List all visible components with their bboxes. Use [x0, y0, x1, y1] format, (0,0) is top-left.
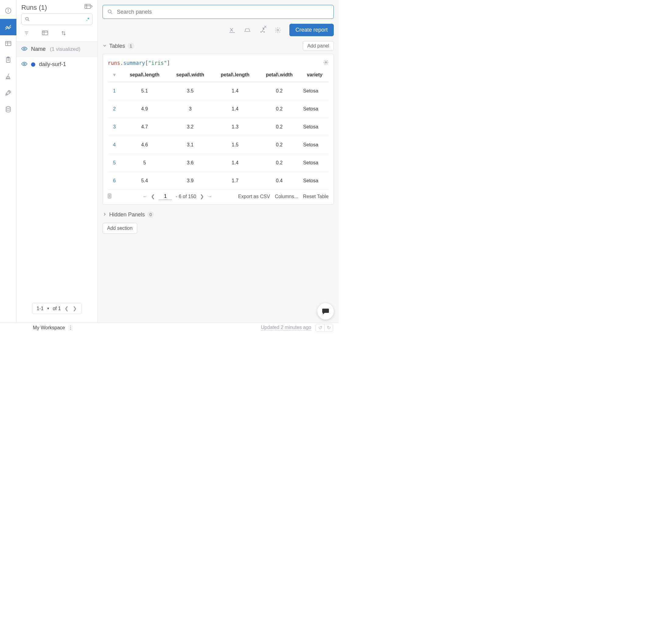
svg-point-14: [6, 107, 10, 108]
cell: 1.3: [212, 118, 258, 136]
kebab-icon[interactable]: ⋮: [68, 325, 73, 330]
cell: 1.4: [212, 154, 258, 172]
first-page-icon[interactable]: ←: [142, 194, 147, 199]
undo-icon[interactable]: ↺: [316, 324, 324, 331]
search-icon: [107, 9, 113, 15]
pager-next[interactable]: ❯: [72, 305, 77, 312]
smoothing-icon[interactable]: [244, 26, 251, 34]
prev-page-icon[interactable]: ❮: [151, 193, 155, 199]
workspace-name[interactable]: My Workspace: [33, 325, 65, 330]
create-report-button[interactable]: Create report: [289, 24, 334, 36]
outliers-icon[interactable]: [259, 26, 266, 34]
svg-line-19: [28, 20, 29, 21]
row-index[interactable]: 6: [108, 172, 121, 190]
search-panels-input[interactable]: [102, 5, 334, 19]
cell: 4.7: [121, 118, 168, 136]
export-csv-button[interactable]: Export as CSV: [238, 194, 270, 199]
iris-table-panel: runs.summary["iris"] ▾ sepal\.length sep…: [102, 54, 334, 205]
reset-table-button[interactable]: Reset Table: [303, 194, 329, 199]
sort-icon[interactable]: [61, 30, 66, 37]
cell: 0.2: [258, 82, 301, 100]
row-index[interactable]: 5: [108, 154, 121, 172]
row-menu-icon[interactable]: [108, 193, 117, 200]
table-row[interactable]: 553.61.40.2Setosa: [108, 154, 329, 172]
table-row[interactable]: 34.73.21.30.2Setosa: [108, 118, 329, 136]
columns-icon[interactable]: [42, 30, 48, 37]
row-index[interactable]: 4: [108, 136, 121, 154]
clipboard-icon[interactable]: [0, 52, 17, 68]
pager-range[interactable]: 1-1: [37, 306, 44, 312]
tables-section-header[interactable]: Tables 1 Add panel: [102, 40, 334, 54]
section-title: Hidden Panels: [109, 211, 145, 218]
settings-icon[interactable]: [274, 26, 281, 34]
main-panel: Create report Tables 1 Add panel runs.su…: [98, 0, 338, 323]
sweep-icon[interactable]: [0, 68, 17, 85]
last-page-icon[interactable]: →: [208, 194, 212, 199]
table-row[interactable]: 44.63.11.50.2Setosa: [108, 136, 329, 154]
table-row[interactable]: 65.43.91.70.4Setosa: [108, 172, 329, 190]
cell: 1.4: [212, 82, 258, 100]
columns-button[interactable]: Columns...: [275, 194, 298, 199]
svg-point-2: [8, 9, 8, 10]
pager-of: of 1: [53, 306, 61, 312]
svg-point-28: [24, 48, 25, 49]
filter-column-icon[interactable]: ▾: [108, 69, 121, 82]
name-group-row[interactable]: Name (1 visualized): [17, 42, 97, 57]
page-text: - 6 of 150: [175, 194, 196, 199]
cell: 3.9: [168, 172, 212, 190]
eye-icon[interactable]: [21, 62, 27, 68]
footer-bar: My Workspace ⋮ Updated 2 minutes ago ↺ ↻: [0, 323, 338, 332]
rocket-icon[interactable]: [0, 85, 17, 101]
next-page-icon[interactable]: ❯: [200, 193, 204, 199]
row-index[interactable]: 3: [108, 118, 121, 136]
panel-title-code: runs.summary["iris"]: [108, 60, 329, 66]
cell: 1.7: [212, 172, 258, 190]
caret-down-icon[interactable]: ▼: [47, 307, 50, 310]
run-row[interactable]: daily-surf-1: [17, 57, 97, 72]
hidden-section-header[interactable]: Hidden Panels 0: [102, 210, 334, 221]
runs-toolbar: [17, 29, 97, 42]
col-header[interactable]: sepal\.width: [168, 69, 212, 82]
cell: 0.4: [258, 172, 301, 190]
charts-icon[interactable]: [0, 19, 17, 35]
search-panels-field[interactable]: [117, 9, 329, 15]
row-index[interactable]: 2: [108, 100, 121, 118]
filter-icon[interactable]: [24, 30, 29, 37]
add-panel-button[interactable]: Add panel: [303, 41, 334, 51]
database-icon[interactable]: [0, 101, 17, 117]
table-icon[interactable]: [0, 35, 17, 52]
chat-icon[interactable]: [318, 303, 334, 320]
cell: Setosa: [301, 82, 329, 100]
panel-settings-icon[interactable]: [323, 60, 329, 66]
chevron-down-icon: [102, 43, 107, 49]
runs-pager: 1-1 ▼ of 1 ❮ ❯: [32, 303, 82, 314]
cell: 3.6: [168, 154, 212, 172]
info-icon[interactable]: [0, 2, 17, 19]
table-row[interactable]: 15.13.51.40.2Setosa: [108, 82, 329, 100]
cell: 0.2: [258, 154, 301, 172]
svg-point-30: [108, 10, 111, 13]
col-header[interactable]: variety: [301, 69, 329, 82]
col-header[interactable]: petal\.width: [258, 69, 301, 82]
section-title: Tables: [109, 43, 125, 49]
col-header[interactable]: petal\.length: [212, 69, 258, 82]
table-row[interactable]: 24.931.40.2Setosa: [108, 100, 329, 118]
table-header-row: ▾ sepal\.length sepal\.width petal\.leng…: [108, 69, 329, 82]
cell: Setosa: [301, 100, 329, 118]
row-index[interactable]: 1: [108, 82, 121, 100]
eye-icon: [21, 46, 27, 52]
pager-prev[interactable]: ❮: [64, 305, 69, 312]
table-toggle-icon[interactable]: [85, 4, 93, 11]
runs-sidebar: Runs (1) .* Name (1 visualized) daily-su…: [17, 0, 98, 323]
cell: 3.1: [168, 136, 212, 154]
redo-icon[interactable]: ↻: [324, 324, 333, 331]
x-axis-icon[interactable]: [229, 26, 236, 34]
cell: 0.2: [258, 100, 301, 118]
run-color-dot: [31, 62, 35, 67]
page-input[interactable]: [159, 193, 172, 200]
cell: 3.2: [168, 118, 212, 136]
chevron-right-icon: [102, 211, 107, 218]
runs-search-input[interactable]: .*: [21, 14, 93, 25]
add-section-button[interactable]: Add section: [102, 223, 137, 234]
col-header[interactable]: sepal\.length: [121, 69, 168, 82]
